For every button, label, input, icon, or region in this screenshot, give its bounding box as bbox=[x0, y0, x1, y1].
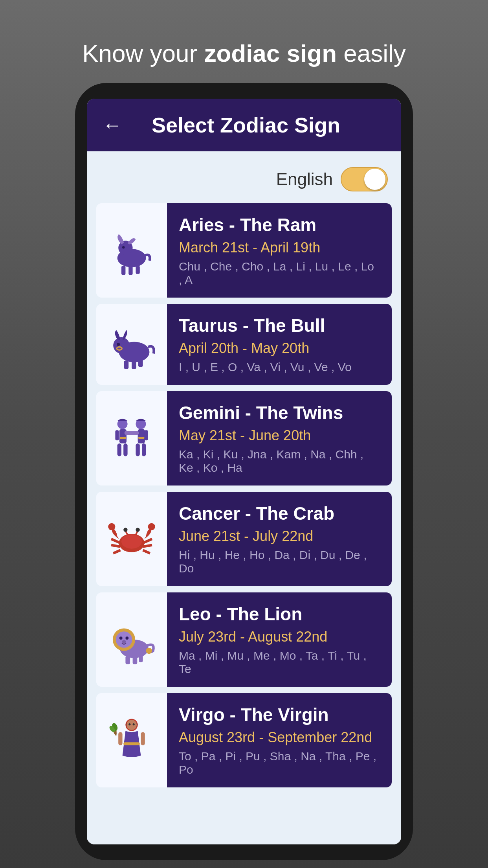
zodiac-dates: March 21st - April 19th bbox=[179, 239, 380, 256]
zodiac-name: Aries - The Ram bbox=[179, 214, 380, 235]
svg-rect-52 bbox=[141, 732, 145, 745]
svg-point-56 bbox=[127, 720, 137, 730]
svg-point-9 bbox=[117, 343, 120, 346]
svg-rect-53 bbox=[123, 742, 140, 745]
svg-rect-51 bbox=[118, 732, 122, 745]
svg-point-29 bbox=[148, 523, 155, 530]
svg-point-43 bbox=[119, 636, 123, 640]
svg-rect-16 bbox=[123, 443, 127, 456]
svg-point-28 bbox=[108, 523, 115, 530]
svg-point-37 bbox=[123, 528, 127, 531]
svg-line-34 bbox=[143, 545, 152, 547]
language-toggle[interactable] bbox=[341, 167, 388, 191]
zodiac-syllables: Ma , Mi , Mu , Me , Mo , Ta , Ti , Tu , … bbox=[179, 649, 380, 676]
svg-rect-15 bbox=[117, 443, 121, 456]
zodiac-syllables: To , Pa , Pi , Pu , Sha , Na , Tha , Pe … bbox=[179, 750, 380, 776]
content-area: English Aries - The Ram M bbox=[87, 151, 401, 844]
page-title: Know your zodiac sign easily bbox=[82, 39, 406, 67]
zodiac-list: Aries - The Ram March 21st - April 19th … bbox=[96, 203, 392, 787]
zodiac-info: Aries - The Ram March 21st - April 19th … bbox=[167, 203, 392, 298]
svg-point-49 bbox=[146, 648, 152, 654]
zodiac-name: Gemini - The Twins bbox=[179, 402, 380, 423]
svg-rect-5 bbox=[136, 266, 139, 274]
cancer-icon bbox=[96, 492, 167, 586]
svg-point-27 bbox=[121, 534, 142, 548]
svg-rect-12 bbox=[138, 360, 143, 367]
zodiac-name: Leo - The Lion bbox=[179, 603, 380, 625]
svg-rect-48 bbox=[139, 655, 143, 662]
language-label: English bbox=[276, 169, 333, 189]
language-row: English bbox=[96, 159, 392, 203]
zodiac-dates: April 20th - May 20th bbox=[179, 340, 380, 357]
aries-icon bbox=[96, 203, 167, 298]
svg-rect-14 bbox=[119, 429, 127, 443]
zodiac-item[interactable]: Cancer - The Crab June 21st - July 22nd … bbox=[96, 492, 392, 586]
back-button[interactable]: ← bbox=[103, 114, 122, 136]
svg-point-57 bbox=[128, 723, 130, 725]
svg-point-58 bbox=[133, 723, 135, 725]
zodiac-dates: August 23rd - September 22nd bbox=[179, 729, 380, 746]
leo-icon bbox=[96, 592, 167, 687]
zodiac-info: Gemini - The Twins May 21st - June 20th … bbox=[167, 391, 392, 485]
header-title: Select Zodiac Sign bbox=[122, 113, 385, 137]
svg-line-31 bbox=[111, 545, 120, 547]
zodiac-syllables: Hi , Hu , He , Ho , Da , Di , Du , De , … bbox=[179, 548, 380, 575]
zodiac-dates: June 21st - July 22nd bbox=[179, 528, 380, 544]
svg-rect-3 bbox=[121, 266, 125, 275]
svg-rect-11 bbox=[132, 361, 136, 369]
svg-point-39 bbox=[136, 528, 139, 531]
svg-rect-22 bbox=[145, 430, 148, 440]
svg-point-2 bbox=[122, 246, 125, 249]
zodiac-syllables: Chu , Che , Cho , La , Li , Lu , Le , Lo… bbox=[179, 260, 380, 287]
svg-point-44 bbox=[125, 636, 128, 640]
zodiac-dates: May 21st - June 20th bbox=[179, 427, 380, 444]
zodiac-name: Virgo - The Virgin bbox=[179, 704, 380, 725]
zodiac-info: Virgo - The Virgin August 23rd - Septemb… bbox=[167, 693, 392, 787]
svg-point-42 bbox=[116, 631, 132, 648]
zodiac-name: Taurus - The Bull bbox=[179, 315, 380, 336]
zodiac-item[interactable]: Virgo - The Virgin August 23rd - Septemb… bbox=[96, 693, 392, 787]
svg-rect-47 bbox=[133, 656, 138, 664]
svg-point-7 bbox=[113, 337, 130, 354]
svg-line-33 bbox=[143, 539, 152, 543]
zodiac-info: Leo - The Lion July 23rd - August 22nd M… bbox=[167, 592, 392, 687]
zodiac-item[interactable]: Taurus - The Bull April 20th - May 20th … bbox=[96, 304, 392, 385]
phone-shell: ← Select Zodiac Sign English bbox=[75, 83, 413, 860]
toggle-knob bbox=[364, 169, 385, 190]
svg-line-32 bbox=[113, 550, 120, 554]
svg-rect-46 bbox=[125, 656, 130, 664]
svg-line-35 bbox=[143, 550, 150, 554]
zodiac-syllables: Ka , Ki , Ku , Jna , Kam , Na , Chh , Ke… bbox=[179, 448, 380, 474]
svg-rect-20 bbox=[136, 443, 139, 456]
svg-rect-25 bbox=[138, 437, 145, 439]
svg-line-30 bbox=[111, 539, 120, 543]
zodiac-item[interactable]: Leo - The Lion July 23rd - August 22nd M… bbox=[96, 592, 392, 687]
zodiac-syllables: I , U , E , O , Va , Vi , Vu , Ve , Vo bbox=[179, 360, 380, 374]
gemini-icon bbox=[96, 391, 167, 485]
zodiac-info: Taurus - The Bull April 20th - May 20th … bbox=[167, 304, 392, 385]
app-header: ← Select Zodiac Sign bbox=[87, 99, 401, 151]
svg-rect-4 bbox=[128, 266, 132, 275]
svg-rect-24 bbox=[120, 437, 126, 439]
zodiac-item[interactable]: Aries - The Ram March 21st - April 19th … bbox=[96, 203, 392, 298]
zodiac-name: Cancer - The Crab bbox=[179, 503, 380, 524]
zodiac-dates: July 23rd - August 22nd bbox=[179, 629, 380, 645]
svg-point-45 bbox=[122, 640, 126, 643]
app-container: ← Select Zodiac Sign English bbox=[87, 99, 401, 844]
svg-rect-17 bbox=[115, 430, 119, 440]
taurus-icon bbox=[96, 304, 167, 385]
zodiac-info: Cancer - The Crab June 21st - July 22nd … bbox=[167, 492, 392, 586]
svg-rect-19 bbox=[138, 429, 145, 443]
zodiac-item[interactable]: Gemini - The Twins May 21st - June 20th … bbox=[96, 391, 392, 485]
svg-rect-10 bbox=[124, 361, 129, 369]
svg-rect-21 bbox=[142, 443, 146, 456]
svg-rect-23 bbox=[125, 431, 139, 435]
virgo-icon bbox=[96, 693, 167, 787]
